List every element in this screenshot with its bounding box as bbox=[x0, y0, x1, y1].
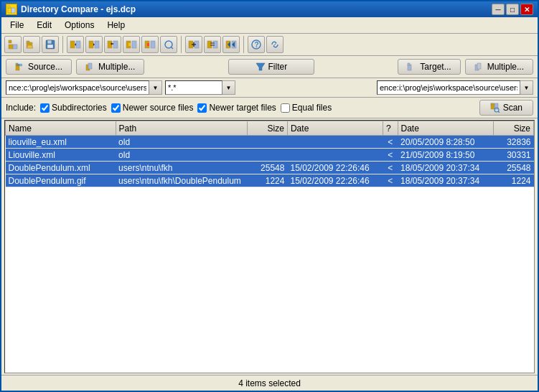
equal-files-group: Equal files bbox=[281, 103, 332, 113]
table-row[interactable]: DoublePendulum.gifusers\ntnu\fkh\DoubleP… bbox=[6, 174, 534, 187]
target-path-input[interactable] bbox=[377, 80, 520, 95]
app-icon bbox=[6, 4, 17, 15]
source-path-input[interactable] bbox=[6, 80, 149, 95]
subdirectories-label: Subdirectories bbox=[52, 103, 107, 113]
path-row: ▼ ▼ ▼ bbox=[1, 78, 538, 98]
filter-input-dropdown[interactable]: ▼ bbox=[222, 80, 235, 95]
equal-files-label: Equal files bbox=[292, 103, 332, 113]
table-row[interactable]: Liouville.xmlold<21/05/2009 8:19:5030331 bbox=[6, 149, 534, 162]
close-button[interactable]: ✕ bbox=[520, 4, 533, 15]
svg-rect-7 bbox=[27, 41, 29, 43]
col-header-date[interactable]: Date bbox=[287, 121, 383, 136]
target-icon bbox=[407, 62, 417, 72]
svg-rect-2 bbox=[11, 8, 15, 13]
filter-icon bbox=[256, 62, 266, 72]
col-header-arrow[interactable]: ? bbox=[383, 121, 398, 136]
toolbar-btn-10[interactable] bbox=[185, 36, 202, 53]
svg-rect-3 bbox=[9, 45, 13, 49]
svg-rect-19 bbox=[128, 43, 131, 46]
newer-source-group: Newer source files bbox=[111, 103, 194, 113]
filter-input-group: ▼ bbox=[165, 80, 235, 95]
file-table: Name Path Size Date ? Date Size liouvill… bbox=[5, 121, 534, 187]
svg-rect-28 bbox=[213, 41, 217, 48]
source-path-dropdown[interactable]: ▼ bbox=[149, 80, 162, 95]
newer-source-label: Newer source files bbox=[123, 103, 194, 113]
toolbar-help-btn[interactable]: ? bbox=[248, 36, 265, 53]
toolbar-sep-2 bbox=[181, 36, 182, 53]
source-multiple-button[interactable]: Multiple... bbox=[76, 59, 144, 75]
target-multiple-button[interactable]: Multiple... bbox=[465, 59, 533, 75]
menu-edit[interactable]: Edit bbox=[31, 19, 57, 32]
newer-target-group: Newer target files bbox=[197, 103, 276, 113]
scan-button[interactable]: Scan bbox=[479, 100, 533, 116]
col-header-size[interactable]: Size bbox=[247, 121, 287, 136]
toolbar-new-btn[interactable] bbox=[4, 36, 22, 53]
filter-row: Include: Subdirectories Newer source fil… bbox=[1, 98, 538, 118]
target-button[interactable]: Target... bbox=[398, 59, 460, 75]
toolbar-open-btn[interactable] bbox=[23, 36, 40, 53]
svg-rect-13 bbox=[89, 41, 93, 48]
menu-help[interactable]: Help bbox=[101, 19, 131, 32]
toolbar-btn-7[interactable] bbox=[123, 36, 140, 53]
toolbar-btn-4[interactable] bbox=[67, 36, 84, 53]
col-header-path[interactable]: Path bbox=[116, 121, 247, 136]
svg-line-35 bbox=[273, 43, 276, 46]
newer-source-checkbox[interactable] bbox=[111, 103, 121, 113]
table-row[interactable]: liouville_eu.xmlold<20/05/2009 8:28:5032… bbox=[6, 136, 534, 149]
file-table-container[interactable]: Name Path Size Date ? Date Size liouvill… bbox=[4, 120, 535, 373]
status-bar: 4 items selected bbox=[1, 375, 538, 391]
subdirectories-checkbox[interactable] bbox=[40, 103, 50, 113]
target-path-group: ▼ bbox=[377, 80, 533, 95]
equal-files-checkbox[interactable] bbox=[281, 103, 290, 113]
target-multiple-icon bbox=[474, 62, 484, 72]
main-window: Directory Compare - ejs.dcp ─ □ ✕ File E… bbox=[0, 0, 539, 392]
newer-target-checkbox[interactable] bbox=[197, 103, 207, 113]
svg-rect-46 bbox=[477, 63, 481, 69]
menu-options[interactable]: Options bbox=[59, 19, 100, 32]
action-row: Source... Multiple... Filter Target... bbox=[1, 56, 538, 78]
svg-rect-22 bbox=[147, 43, 149, 46]
toolbar-btn-11[interactable] bbox=[204, 36, 221, 53]
filter-input[interactable] bbox=[165, 80, 222, 95]
toolbar-btn-5[interactable] bbox=[85, 36, 103, 53]
col-header-date2[interactable]: Date bbox=[398, 121, 493, 136]
menu-bar: File Edit Options Help bbox=[1, 17, 538, 34]
include-label: Include: bbox=[6, 103, 36, 113]
source-icon bbox=[15, 62, 25, 72]
svg-line-51 bbox=[498, 111, 500, 113]
svg-rect-38 bbox=[17, 64, 22, 65]
toolbar-link-btn[interactable] bbox=[266, 36, 283, 53]
source-path-group: ▼ bbox=[6, 80, 162, 95]
toolbar-btn-9[interactable] bbox=[160, 36, 177, 53]
toolbar-save-btn[interactable] bbox=[42, 36, 59, 53]
newer-target-label: Newer target files bbox=[209, 103, 276, 113]
menu-file[interactable]: File bbox=[4, 19, 29, 32]
col-header-name[interactable]: Name bbox=[6, 121, 116, 136]
svg-rect-44 bbox=[408, 63, 410, 65]
filter-button[interactable]: Filter bbox=[228, 59, 314, 75]
table-row[interactable]: DoublePendulum.xmlusers\ntnu\fkh2554815/… bbox=[6, 162, 534, 174]
toolbar-sep-1 bbox=[62, 36, 63, 53]
table-header-row: Name Path Size Date ? Date Size bbox=[6, 121, 534, 136]
col-header-size2[interactable]: Size bbox=[493, 121, 533, 136]
svg-rect-11 bbox=[70, 41, 75, 48]
minimize-button[interactable]: ─ bbox=[492, 4, 505, 15]
svg-rect-4 bbox=[9, 40, 11, 43]
toolbar-btn-12[interactable] bbox=[222, 36, 240, 53]
svg-rect-12 bbox=[76, 41, 80, 48]
svg-rect-10 bbox=[47, 45, 53, 48]
svg-rect-14 bbox=[95, 41, 99, 48]
svg-line-24 bbox=[171, 47, 173, 49]
window-controls: ─ □ ✕ bbox=[492, 4, 533, 15]
status-text: 4 items selected bbox=[238, 378, 301, 388]
svg-rect-1 bbox=[8, 6, 10, 8]
svg-rect-9 bbox=[47, 40, 52, 44]
toolbar-btn-8[interactable] bbox=[141, 36, 159, 53]
svg-rect-41 bbox=[88, 63, 92, 69]
subdirectories-group: Subdirectories bbox=[40, 103, 107, 113]
toolbar-sep-3 bbox=[243, 36, 244, 53]
target-path-dropdown[interactable]: ▼ bbox=[520, 80, 533, 95]
toolbar-btn-6[interactable] bbox=[104, 36, 121, 53]
source-button[interactable]: Source... bbox=[6, 59, 72, 75]
maximize-button[interactable]: □ bbox=[506, 4, 519, 15]
